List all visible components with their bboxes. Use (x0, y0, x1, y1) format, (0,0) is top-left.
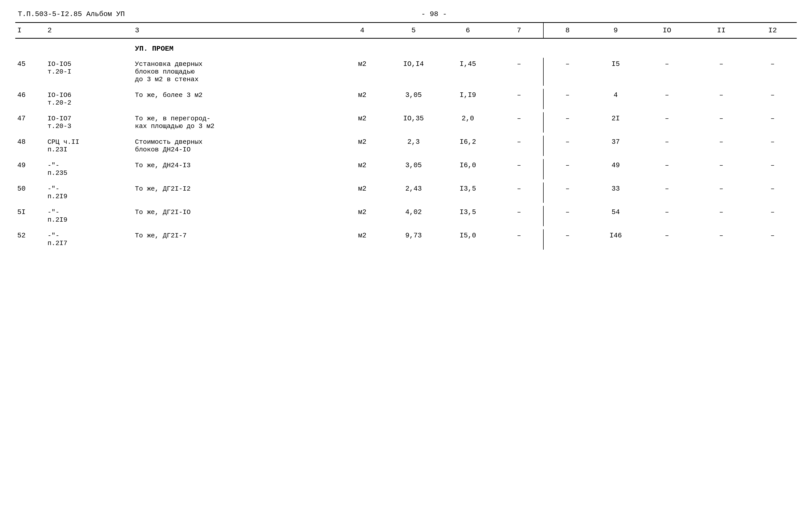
row-2-col-12: – (748, 89, 797, 109)
row-3-col-5: IO,35 (386, 112, 440, 133)
row-5-col-7: – (495, 159, 543, 179)
row-7-col-4: м2 (338, 206, 387, 226)
spacer-row (15, 86, 797, 89)
spacer-row (15, 156, 797, 159)
row-4-col-10: – (640, 136, 694, 156)
row-2-col-4: м2 (338, 89, 387, 109)
row-3-col-11: – (694, 112, 748, 133)
row-5-col-8: – (543, 159, 592, 179)
table-row: 52-"- п.2I7То же, ДГ2I-7м29,73I5,0––I46–… (15, 229, 797, 250)
row-6-col-6: I3,5 (441, 182, 495, 203)
col-header-4: 4 (338, 22, 387, 39)
spacer-row (15, 109, 797, 112)
col-header-3: 3 (133, 22, 338, 39)
spacer-row (15, 203, 797, 206)
row-4-col-9: 37 (592, 136, 640, 156)
row-1-col-7: – (495, 58, 543, 86)
col-header-11: II (694, 22, 748, 39)
header-center: - 98 - (421, 10, 447, 18)
row-7-col-5: 4,02 (386, 206, 440, 226)
row-6-col-2: -"- п.2I9 (45, 182, 133, 203)
row-8-col-1: 52 (15, 229, 45, 250)
header-left: Т.П.503-5-I2.85 Альбом УП (18, 10, 125, 18)
col-header-9: 9 (592, 22, 640, 39)
table-row: 47IO-IO7 т.20-3То же, в перегород- ках п… (15, 112, 797, 133)
row-4-col-5: 2,3 (386, 136, 440, 156)
row-5-col-3: То же, ДН24-I3 (133, 159, 338, 179)
row-1-col-4: м2 (338, 58, 387, 86)
row-7-col-3: То же, ДГ2I-IO (133, 206, 338, 226)
row-8-col-4: м2 (338, 229, 387, 250)
spacer-row (15, 179, 797, 182)
section-header-c6 (441, 39, 495, 55)
section-header-num (15, 39, 45, 55)
section-header-c5 (386, 39, 440, 55)
row-4-col-6: I6,2 (441, 136, 495, 156)
row-8-col-7: – (495, 229, 543, 250)
row-2-col-6: I,I9 (441, 89, 495, 109)
row-2-col-5: 3,05 (386, 89, 440, 109)
row-4-col-3: Стоимость дверных блоков ДН24-IO (133, 136, 338, 156)
row-5-col-2: -"- п.235 (45, 159, 133, 179)
row-2-col-1: 46 (15, 89, 45, 109)
row-3-col-7: – (495, 112, 543, 133)
col-header-8: 8 (543, 22, 592, 39)
row-3-col-1: 47 (15, 112, 45, 133)
row-8-col-3: То же, ДГ2I-7 (133, 229, 338, 250)
row-7-col-2: -"- п.2I9 (45, 206, 133, 226)
row-2-col-3: То же, более 3 м2 (133, 89, 338, 109)
row-5-col-5: 3,05 (386, 159, 440, 179)
section-header-ref (45, 39, 133, 55)
col-header-12: I2 (748, 22, 797, 39)
section-header-c10 (640, 39, 694, 55)
row-3-col-3: То же, в перегород- ках площадью до 3 м2 (133, 112, 338, 133)
row-5-col-10: – (640, 159, 694, 179)
row-2-col-8: – (543, 89, 592, 109)
page-header: Т.П.503-5-I2.85 Альбом УП - 98 - (15, 10, 797, 18)
row-1-col-9: I5 (592, 58, 640, 86)
table-row: 48СРЦ ч.II п.23IСтоимость дверных блоков… (15, 136, 797, 156)
col-header-6: 6 (441, 22, 495, 39)
row-7-col-8: – (543, 206, 592, 226)
row-7-col-10: – (640, 206, 694, 226)
table-row: 46IO-IO6 т.20-2То же, более 3 м2м23,05I,… (15, 89, 797, 109)
row-5-col-11: – (694, 159, 748, 179)
row-6-col-1: 50 (15, 182, 45, 203)
row-1-col-6: I,45 (441, 58, 495, 86)
row-5-col-4: м2 (338, 159, 387, 179)
section-header-text: УП. ПРОЕМ (133, 39, 338, 55)
row-8-col-12: – (748, 229, 797, 250)
row-7-col-11: – (694, 206, 748, 226)
row-3-col-2: IO-IO7 т.20-3 (45, 112, 133, 133)
row-6-col-5: 2,43 (386, 182, 440, 203)
row-6-col-7: – (495, 182, 543, 203)
row-6-col-9: 33 (592, 182, 640, 203)
table-row: 50-"- п.2I9То же, ДГ2I-I2м22,43I3,5––33–… (15, 182, 797, 203)
row-7-col-12: – (748, 206, 797, 226)
spacer-row (15, 133, 797, 136)
table-row: 49-"- п.235То же, ДН24-I3м23,05I6,0––49–… (15, 159, 797, 179)
table-row: 5I-"- п.2I9То же, ДГ2I-IOм24,02I3,5––54–… (15, 206, 797, 226)
col-header-1: I (15, 22, 45, 39)
row-2-col-7: – (495, 89, 543, 109)
row-8-col-6: I5,0 (441, 229, 495, 250)
row-4-col-12: – (748, 136, 797, 156)
row-8-col-11: – (694, 229, 748, 250)
row-4-col-2: СРЦ ч.II п.23I (45, 136, 133, 156)
row-8-col-5: 9,73 (386, 229, 440, 250)
row-4-col-4: м2 (338, 136, 387, 156)
section-header-c9 (592, 39, 640, 55)
column-header-row: I 2 3 4 5 6 7 8 9 IO II I2 (15, 22, 797, 39)
row-1-col-12: – (748, 58, 797, 86)
row-3-col-8: – (543, 112, 592, 133)
row-3-col-6: 2,0 (441, 112, 495, 133)
row-4-col-1: 48 (15, 136, 45, 156)
row-6-col-4: м2 (338, 182, 387, 203)
row-1-col-3: Установка дверных блоков площадью до 3 м… (133, 58, 338, 86)
section-header-c4 (338, 39, 387, 55)
row-3-col-10: – (640, 112, 694, 133)
col-header-10: IO (640, 22, 694, 39)
row-6-col-8: – (543, 182, 592, 203)
row-7-col-1: 5I (15, 206, 45, 226)
section-header-c11 (694, 39, 748, 55)
